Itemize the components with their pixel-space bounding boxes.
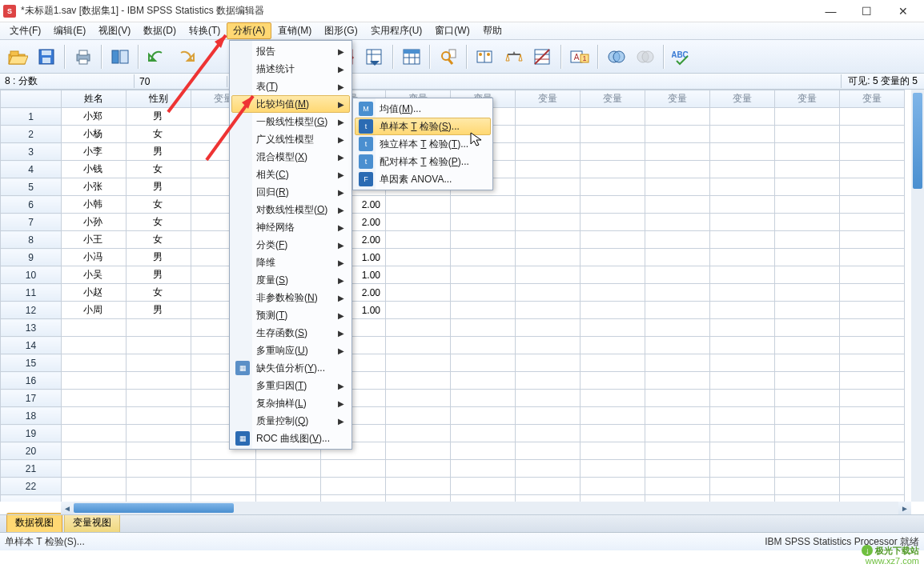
menu-直销[interactable]: 直销(M) xyxy=(271,22,318,39)
close-button[interactable]: ✕ xyxy=(885,0,921,22)
column-header[interactable]: 变量 xyxy=(516,90,581,108)
spellcheck-button[interactable]: ABC xyxy=(669,44,695,70)
column-header[interactable]: 性别 xyxy=(127,90,191,108)
goto-variable-button[interactable] xyxy=(362,44,388,70)
table-row[interactable]: 15 xyxy=(1,354,905,372)
table-row[interactable]: 8小王女2.00 xyxy=(1,231,905,249)
menu-item[interactable]: 一般线性模型(G)▶ xyxy=(231,113,350,130)
compare-means-submenu[interactable]: M均值(M)...t单样本 T 检验(S)...t独立样本 T 检验(T)...… xyxy=(352,98,493,190)
menu-item[interactable]: t独立样本 T 检验(T)... xyxy=(355,135,491,153)
table-row[interactable]: 19 xyxy=(1,425,905,442)
table-row[interactable]: 7小孙女2.00 xyxy=(1,214,905,231)
menu-文件[interactable]: 文件(F) xyxy=(3,22,47,39)
column-header[interactable]: 变量 xyxy=(645,90,710,108)
undo-button[interactable] xyxy=(144,44,170,70)
table-row[interactable]: 20 xyxy=(1,442,905,460)
submenu-arrow-icon: ▶ xyxy=(338,153,344,162)
table-row[interactable]: 13 xyxy=(1,319,905,337)
app-icon: S xyxy=(3,5,16,18)
menu-图形[interactable]: 图形(G) xyxy=(318,22,364,39)
split-file-button[interactable] xyxy=(472,44,498,70)
table-row[interactable]: 6小韩女2.00 xyxy=(1,196,905,214)
minimize-button[interactable]: — xyxy=(813,0,849,22)
menu-item[interactable]: 质量控制(Q)▶ xyxy=(231,412,350,430)
table-row[interactable]: 16 xyxy=(1,372,905,390)
vertical-scrollbar[interactable] xyxy=(911,90,924,502)
value-labels-button[interactable]: A1 xyxy=(567,44,593,70)
column-header[interactable]: 姓名 xyxy=(62,90,127,108)
open-button[interactable] xyxy=(5,44,30,70)
recall-dialog-button[interactable] xyxy=(107,44,133,70)
table-row[interactable]: 10小吴男1.00 xyxy=(1,266,905,284)
redo-button[interactable] xyxy=(173,44,199,70)
menu-分析[interactable]: 分析(A) xyxy=(227,22,271,39)
table-row[interactable]: 11小赵女2.00 xyxy=(1,284,905,302)
menu-item[interactable]: 报告▶ xyxy=(231,42,350,60)
table-row[interactable]: 21 xyxy=(1,460,905,478)
use-sets-button[interactable] xyxy=(604,44,629,70)
analyze-menu-dropdown[interactable]: 报告▶描述统计▶表(T)▶比较均值(M)▶一般线性模型(G)▶广义线性模型▶混合… xyxy=(229,40,352,450)
menu-item[interactable]: 分类(F)▶ xyxy=(231,236,350,254)
menu-item-label: 一般线性模型(G) xyxy=(256,115,327,129)
menu-实用程序[interactable]: 实用程序(U) xyxy=(364,22,429,39)
menu-item[interactable]: t配对样本 T 检验(P)... xyxy=(355,153,491,170)
menu-帮助[interactable]: 帮助 xyxy=(476,22,508,39)
submenu-arrow-icon: ▶ xyxy=(338,65,344,74)
menu-item[interactable]: 生存函数(S)▶ xyxy=(231,324,350,342)
column-header[interactable]: 变量 xyxy=(775,90,840,108)
print-button[interactable] xyxy=(70,44,96,70)
menu-item-icon: ▦ xyxy=(235,361,250,375)
menu-item[interactable]: 对数线性模型(O)▶ xyxy=(231,201,350,218)
menu-item[interactable]: 混合模型(X)▶ xyxy=(231,148,350,166)
menu-item[interactable]: 广义线性模型▶ xyxy=(231,130,350,148)
menu-item-label: 分类(F) xyxy=(256,238,287,252)
column-header[interactable]: 变量 xyxy=(581,90,645,108)
menu-item[interactable]: 神经网络▶ xyxy=(231,218,350,236)
menu-item[interactable]: t单样本 T 检验(S)... xyxy=(355,118,491,135)
menu-item-label: 生存函数(S) xyxy=(256,326,307,340)
select-cases-button[interactable] xyxy=(530,44,556,70)
table-row[interactable]: 18 xyxy=(1,407,905,425)
menu-item[interactable]: ▦缺失值分析(Y)... xyxy=(231,359,350,377)
menu-编辑[interactable]: 编辑(E) xyxy=(47,22,92,39)
tab-data-view[interactable]: 数据视图 xyxy=(6,513,62,532)
menu-item[interactable]: 多重响应(U)▶ xyxy=(231,342,350,359)
menu-item[interactable]: 降维▶ xyxy=(231,254,350,271)
menu-item[interactable]: 非参数检验(N)▶ xyxy=(231,289,350,306)
menu-item[interactable]: 相关(C)▶ xyxy=(231,166,350,183)
scroll-left-button[interactable]: ◄ xyxy=(61,502,74,514)
maximize-button[interactable]: ☐ xyxy=(849,0,885,22)
column-header[interactable]: 变量 xyxy=(840,90,905,108)
menu-视图[interactable]: 视图(V) xyxy=(92,22,137,39)
menu-item[interactable]: 描述统计▶ xyxy=(231,60,350,78)
column-header[interactable]: 变量 xyxy=(710,90,775,108)
horizontal-scrollbar[interactable]: ◄ ► xyxy=(61,502,911,514)
tab-variable-view[interactable]: 变量视图 xyxy=(64,513,120,532)
table-row[interactable]: 14 xyxy=(1,337,905,354)
menu-item[interactable]: M均值(M)... xyxy=(355,100,491,118)
menu-转换[interactable]: 转换(T) xyxy=(183,22,227,39)
submenu-arrow-icon: ▶ xyxy=(338,294,344,302)
table-row[interactable]: 22 xyxy=(1,478,905,495)
menu-item[interactable]: 表(T)▶ xyxy=(231,78,350,95)
menu-数据[interactable]: 数据(D) xyxy=(137,22,183,39)
table-row[interactable]: 12小周男1.00 xyxy=(1,302,905,319)
weight-cases-button[interactable] xyxy=(501,44,527,70)
table-row[interactable]: 9小冯男1.00 xyxy=(1,249,905,266)
menu-item[interactable]: 多重归因(T)▶ xyxy=(231,377,350,394)
menu-item[interactable]: F单因素 ANOVA... xyxy=(355,170,491,188)
menu-item[interactable]: 预测(T)▶ xyxy=(231,306,350,324)
scroll-right-button[interactable]: ► xyxy=(898,502,911,514)
menu-item[interactable]: 回归(R)▶ xyxy=(231,183,350,201)
show-all-button[interactable] xyxy=(633,44,658,70)
variables-button[interactable] xyxy=(399,44,424,70)
find-button[interactable] xyxy=(436,44,461,70)
menu-item[interactable]: 复杂抽样(L)▶ xyxy=(231,394,350,412)
cell-value[interactable]: 70 xyxy=(135,76,227,87)
menu-窗口[interactable]: 窗口(W) xyxy=(428,22,476,39)
menu-item[interactable]: 度量(S)▶ xyxy=(231,271,350,289)
menu-item[interactable]: 比较均值(M)▶ xyxy=(231,95,350,113)
table-row[interactable]: 17 xyxy=(1,390,905,407)
save-button[interactable] xyxy=(34,44,59,70)
menu-item[interactable]: ▦ROC 曲线图(V)... xyxy=(231,430,350,447)
